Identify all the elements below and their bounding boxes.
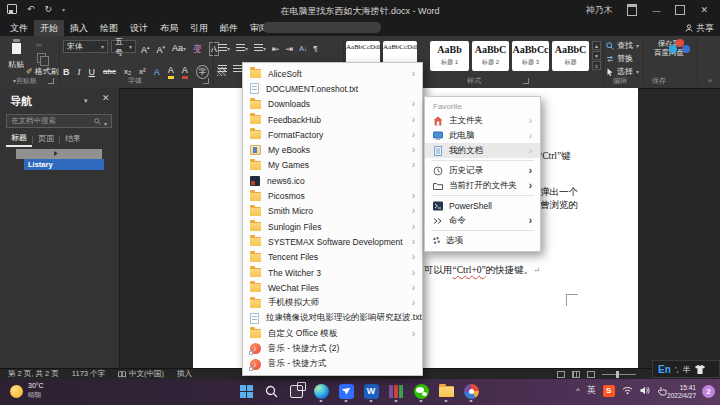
ime-punctuation-indicator[interactable]: ’, [675, 365, 679, 374]
align-center-button[interactable] [233, 65, 242, 72]
task-view-button[interactable] [287, 382, 305, 400]
menu-item[interactable]: SYSTEMAX Software Development [243, 234, 422, 249]
ime-skin-shirt-icon[interactable] [695, 365, 705, 374]
menu-item[interactable]: 手机模拟大师 [243, 295, 422, 310]
style-card-heading1[interactable]: AaBb 标题 1 [430, 41, 469, 71]
gallery-more-icon[interactable]: ≡ [592, 61, 601, 70]
nav-tab-results[interactable]: 结果 [60, 133, 86, 146]
web-layout-icon[interactable] [587, 371, 595, 378]
submenu-item[interactable]: PowerShell [425, 198, 540, 213]
style-card-title[interactable]: AaBbC 标题 [552, 41, 589, 71]
menu-item[interactable]: Sunlogin Files [243, 219, 422, 234]
zoom-slider-handle[interactable] [616, 371, 619, 378]
text-effects-button[interactable]: A [154, 66, 160, 78]
word-app-button[interactable] [362, 382, 380, 400]
media-app-button[interactable] [462, 382, 480, 400]
menu-item[interactable]: FeedbackHub [243, 112, 422, 127]
grow-font-button[interactable]: A [141, 41, 150, 56]
taskbar-search-button[interactable] [262, 382, 280, 400]
page-indicator[interactable]: 第 2 页, 共 2 页 [8, 369, 59, 379]
minimize-icon[interactable] [652, 5, 660, 15]
ribbon-display-options-icon[interactable] [627, 4, 637, 16]
menu-item[interactable]: AliceSoft [243, 66, 422, 81]
ime-language-indicator[interactable]: 英 [587, 384, 596, 397]
nav-close-icon[interactable] [102, 93, 110, 103]
tab-draw[interactable]: 绘图 [94, 20, 124, 36]
tab-references[interactable]: 引用 [184, 20, 214, 36]
style-card-heading2[interactable]: AaBbC 标题 2 [472, 41, 509, 71]
weather-temperature[interactable]: 30°C [28, 382, 44, 389]
menu-item[interactable]: Smith Micro [243, 204, 422, 219]
feishu-app-button[interactable] [337, 382, 355, 400]
replace-button[interactable]: 替换 [606, 53, 633, 64]
insert-mode[interactable]: 插入 [177, 369, 192, 379]
font-name-combobox[interactable]: 宋体 [63, 40, 108, 53]
submenu-item[interactable]: 命令 [425, 213, 540, 228]
menu-item[interactable]: FormatFactory [243, 127, 422, 142]
menu-item[interactable]: 自定义 Office 模板 [243, 326, 422, 341]
user-name[interactable]: 神乃木 [585, 4, 612, 17]
underline-button[interactable]: U [89, 66, 96, 78]
copy-icon[interactable] [37, 53, 46, 63]
tab-home[interactable]: 开始 [34, 20, 64, 36]
show-marks-button[interactable] [313, 42, 317, 55]
speaker-icon[interactable] [640, 386, 650, 395]
hidden-icons-chevron[interactable]: ^ [576, 386, 580, 395]
read-mode-icon[interactable] [557, 371, 565, 378]
print-layout-icon[interactable] [572, 371, 580, 378]
style-card-heading3[interactable]: AaBbCc 标题 3 [512, 41, 549, 71]
menu-item[interactable]: DOCUMENT.oneshot.txt [243, 81, 422, 96]
font-dialog-launcher-icon[interactable] [203, 78, 209, 84]
menu-item[interactable]: The Witcher 3 [243, 265, 422, 280]
start-button[interactable] [237, 382, 255, 400]
close-icon[interactable] [700, 5, 708, 15]
nav-heading-item[interactable] [16, 149, 102, 159]
nav-tab-headings[interactable]: 标题 [6, 132, 32, 147]
menu-item[interactable]: WeChat Files [243, 280, 422, 295]
menu-item[interactable]: 音乐 - 快捷方式 [243, 357, 422, 372]
tab-insert[interactable]: 插入 [64, 20, 94, 36]
tab-layout[interactable]: 布局 [154, 20, 184, 36]
collapse-ribbon-icon[interactable] [708, 77, 712, 86]
touch-icon[interactable] [657, 386, 667, 396]
word-count[interactable]: 1173 个字 [72, 369, 105, 379]
nav-search-input[interactable]: 在文档中搜索 [6, 114, 112, 128]
menu-item[interactable]: 拉康镜像说对电影理论的影响研究赵波.txt [243, 311, 422, 326]
submenu-item-selected[interactable]: 我的文档 [425, 143, 540, 158]
increase-indent-button[interactable] [286, 43, 294, 55]
nav-options-chevron-icon[interactable] [84, 97, 88, 105]
decrease-indent-button[interactable] [272, 43, 280, 55]
language-indicator[interactable]: 中文(中国) [118, 369, 164, 379]
file-explorer-button[interactable] [437, 382, 455, 400]
submenu-item[interactable]: 此电脑 [425, 128, 540, 143]
strikethrough-button[interactable]: abc [103, 66, 116, 78]
sort-button[interactable] [299, 42, 307, 55]
menu-item[interactable]: Tencent Files [243, 250, 422, 265]
notification-badge[interactable]: 2 [702, 385, 715, 398]
highlight-color-button[interactable]: A [168, 64, 174, 79]
edge-browser-button[interactable] [312, 382, 330, 400]
undo-icon[interactable] [27, 4, 35, 14]
share-button[interactable]: 共享 [685, 20, 714, 36]
menu-item[interactable]: My Games [243, 158, 422, 173]
menu-item[interactable]: news6.ico [243, 173, 422, 188]
maximize-icon[interactable] [675, 5, 685, 15]
change-case-button[interactable]: Aa [172, 42, 186, 55]
ime-mode-indicator[interactable]: En [658, 364, 671, 375]
enclose-characters-button[interactable]: 字 [196, 65, 209, 79]
menu-item[interactable]: 音乐 - 快捷方式 (2) [243, 341, 422, 356]
nav-selected-heading[interactable]: Listary [24, 159, 104, 170]
submenu-item[interactable]: 选项 [425, 233, 540, 248]
find-button[interactable]: 查找 [606, 40, 639, 51]
multilevel-list-button[interactable] [254, 42, 266, 55]
tab-file[interactable]: 文件 [4, 20, 34, 36]
cut-icon[interactable] [36, 41, 43, 50]
clipboard-dialog-launcher-icon[interactable] [48, 78, 54, 84]
wifi-icon[interactable] [622, 386, 633, 395]
save-icon[interactable] [7, 4, 17, 14]
weather-sun-icon[interactable] [10, 385, 23, 398]
styles-dialog-launcher-icon[interactable] [523, 78, 529, 84]
tab-mailings[interactable]: 邮件 [214, 20, 244, 36]
tab-design[interactable]: 设计 [124, 20, 154, 36]
submenu-item[interactable]: 历史记录 [425, 163, 540, 178]
